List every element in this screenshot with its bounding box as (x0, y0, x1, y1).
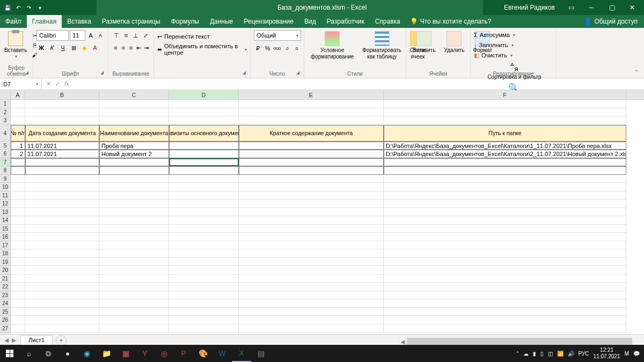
tab-file[interactable]: Файл (0, 15, 27, 28)
cell[interactable]: 2 (11, 150, 25, 158)
tray-icon[interactable]: ▯ (540, 351, 544, 357)
tab-home[interactable]: Главная (27, 15, 62, 28)
col-header[interactable]: B (25, 90, 99, 99)
row-header[interactable]: 20 (0, 266, 10, 275)
share-button[interactable]: 👤 Общий доступ (584, 18, 644, 25)
table-header[interactable]: Реквизиты основного документа (169, 125, 239, 142)
tab-view[interactable]: Вид (299, 15, 321, 28)
number-launcher[interactable]: ◢ (296, 70, 303, 77)
row-header[interactable]: 5 (0, 142, 10, 150)
powerpoint-icon[interactable]: P (174, 345, 193, 362)
tray-chevron-icon[interactable]: ˄ (516, 351, 519, 357)
tab-formulas[interactable]: Формулы (166, 15, 204, 28)
insert-cells-button[interactable]: Вставить (409, 30, 438, 76)
row-header[interactable]: 12 (0, 200, 10, 208)
add-sheet-button[interactable]: + (56, 335, 67, 346)
font-size-select[interactable]: 11 (70, 30, 85, 41)
col-header[interactable]: C (99, 90, 169, 99)
row-header[interactable]: 6 (0, 150, 10, 158)
tray-icon[interactable]: M (625, 351, 629, 357)
comma-icon[interactable]: 000 (273, 43, 282, 54)
cell[interactable]: D:\Работа\Яндекс\База_документов_Excel\К… (384, 150, 626, 158)
row-header[interactable]: 18 (0, 249, 10, 258)
align-bottom-icon[interactable]: ⊥ (131, 30, 141, 41)
italic-button[interactable]: К (47, 42, 57, 53)
row-header[interactable]: 4 (0, 125, 10, 142)
tab-nav-next-icon[interactable]: ▶ (12, 337, 16, 344)
name-box[interactable]: D7 ▾ (0, 78, 42, 90)
row-header[interactable]: 19 (0, 258, 10, 267)
font-name-select[interactable]: Calibri (36, 30, 69, 41)
dec-decimal-icon[interactable]: .0 (292, 43, 301, 54)
table-header[interactable]: Путь к папке (384, 125, 626, 142)
ribbon-options-icon[interactable]: ▭ (561, 0, 581, 15)
indent-inc-icon[interactable]: ⇥ (143, 42, 150, 53)
cell[interactable] (239, 166, 384, 175)
save-icon[interactable]: 💾 (3, 3, 12, 12)
col-header[interactable]: E (239, 90, 384, 99)
align-top-icon[interactable]: ⊤ (112, 30, 121, 41)
merge-center-button[interactable]: ⬌ Объединить и поместить в центре ▾ (157, 43, 247, 56)
sheet-tab[interactable]: Лист1 (20, 335, 53, 346)
notifications-icon[interactable]: 💬 (633, 351, 640, 357)
collapse-ribbon-icon[interactable]: ⌃ (634, 69, 642, 77)
yandex-icon[interactable]: Y (135, 345, 155, 362)
tab-review[interactable]: Рецензирование (238, 15, 299, 28)
taskbar-app-icon[interactable]: ● (58, 345, 77, 362)
select-all-corner[interactable] (0, 90, 10, 100)
row-header[interactable]: 14 (0, 216, 10, 225)
col-header[interactable]: F (384, 90, 626, 99)
row-header[interactable]: 21 (0, 275, 10, 283)
row-header[interactable]: 23 (0, 291, 10, 300)
tab-layout[interactable]: Разметка страницы (97, 15, 166, 28)
cell[interactable]: 11.07.2021 (25, 142, 99, 150)
bold-button[interactable]: Ж (36, 42, 46, 53)
taskbar-app-icon[interactable]: ▦ (116, 345, 135, 362)
indent-dec-icon[interactable]: ⇤ (135, 42, 142, 53)
tell-me[interactable]: 💡 Что вы хотите сделать? (410, 18, 492, 25)
tray-icon[interactable]: ◫ (548, 351, 553, 357)
wifi-icon[interactable]: 📶 (557, 351, 564, 357)
row-header[interactable]: 2 (0, 108, 10, 117)
clear-button[interactable]: ◧ Очистить▾ (474, 50, 553, 60)
task-view-icon[interactable]: ⧉ (39, 345, 58, 362)
format-as-table-button[interactable]: Форматировать как таблицу (359, 30, 405, 76)
cell[interactable] (384, 158, 626, 167)
cell[interactable] (239, 142, 384, 150)
number-format-select[interactable]: Общий ▾ (254, 30, 301, 41)
currency-icon[interactable]: ₽ (254, 43, 262, 54)
fill-color-button[interactable]: ◆ (79, 42, 89, 53)
tray-icon[interactable]: ▮ (533, 351, 536, 357)
table-header[interactable]: Краткое содержание документа (239, 125, 384, 142)
cell[interactable] (11, 158, 25, 167)
paint-icon[interactable]: 🎨 (193, 345, 213, 362)
cell[interactable]: Новый документ 2 (99, 150, 169, 158)
row-header[interactable]: 10 (0, 183, 10, 191)
row-header[interactable]: 9 (0, 175, 10, 183)
cell[interactable]: 11.07.2021 (25, 150, 99, 158)
alignment-launcher[interactable]: ◢ (243, 70, 249, 77)
percent-icon[interactable]: % (264, 43, 272, 54)
cell[interactable]: 1 (11, 142, 25, 150)
active-cell[interactable] (169, 158, 239, 167)
cell[interactable]: D:\Работа\Яндекс\База_документов_Excel\К… (384, 142, 626, 150)
cell[interactable]: Проба пера (99, 142, 169, 150)
enter-formula-icon[interactable]: ✓ (55, 80, 60, 87)
undo-icon[interactable]: ↶ (14, 3, 23, 12)
table-header[interactable]: Наименование документа (99, 125, 169, 142)
align-left-icon[interactable]: ≡ (112, 42, 119, 53)
align-center-icon[interactable]: ≡ (119, 42, 127, 53)
row-header[interactable]: 13 (0, 208, 10, 217)
row-header[interactable]: 27 (0, 324, 10, 333)
excel-icon[interactable]: X (232, 345, 251, 362)
font-color-button[interactable]: A (90, 42, 100, 53)
cancel-formula-icon[interactable]: ✕ (46, 80, 51, 87)
row-header[interactable]: 16 (0, 233, 10, 241)
language-indicator[interactable]: РУС (579, 351, 589, 357)
row-header[interactable]: 17 (0, 241, 10, 250)
file-explorer-icon[interactable]: 📁 (97, 345, 116, 362)
tab-insert[interactable]: Вставка (62, 15, 97, 28)
autosum-button[interactable]: Σ Автосумма▾ (474, 30, 553, 40)
table-header[interactable]: Дата создания документа (25, 125, 99, 142)
volume-icon[interactable]: 🔊 (568, 351, 574, 357)
